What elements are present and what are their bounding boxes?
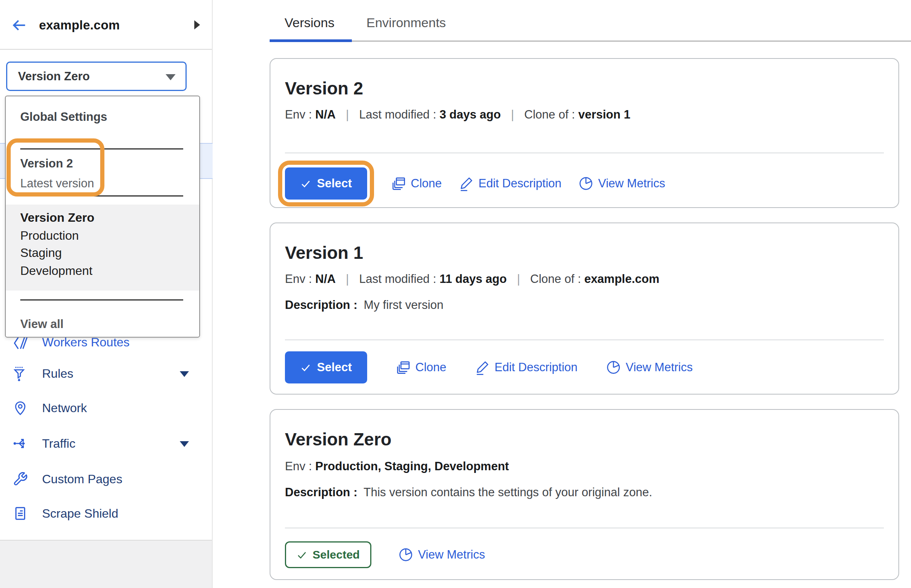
meta-value: example.com [584, 272, 659, 286]
sidebar-item-scrape-shield[interactable]: Scrape Shield [0, 496, 213, 531]
meta-value: 3 days ago [439, 108, 501, 121]
selected-button-label: Selected [312, 548, 360, 561]
sidebar-item-label: Traffic [42, 437, 75, 451]
meta-value: N/A [315, 108, 335, 121]
menu-item-version-2-subtitle: Latest version [20, 177, 94, 190]
sidebar-item-rules[interactable]: Rules [0, 356, 213, 391]
card-description: Description : My first version [285, 298, 444, 312]
meta-label: Env : [285, 460, 312, 473]
view-metrics-link[interactable]: View Metrics [578, 176, 665, 191]
edit-description-link[interactable]: Edit Description [475, 360, 578, 375]
card-actions: Select Clone Edit Description [278, 161, 665, 206]
sidebar-header: example.com [0, 0, 212, 50]
clone-icon [391, 176, 406, 191]
sidebar-item-traffic[interactable]: Traffic [0, 426, 213, 461]
menu-item-version-zero-group[interactable]: Version Zero Production Staging Developm… [6, 205, 199, 291]
check-icon [300, 178, 311, 189]
select-button[interactable]: Select [285, 167, 367, 200]
meta-label: Clone of : [524, 108, 575, 121]
description-value: This version contains the settings of yo… [364, 486, 652, 499]
view-metrics-label: View Metrics [626, 361, 693, 374]
view-metrics-label: View Metrics [598, 177, 665, 190]
meta-value: 11 days ago [439, 272, 507, 286]
version-card-version-1: Version 1 Env : N/A | Last modified : 11… [270, 223, 899, 395]
sidebar-footer-area [0, 540, 212, 588]
chevron-down-icon[interactable] [180, 441, 189, 447]
clone-link[interactable]: Clone [395, 360, 446, 375]
meta-separator: | [511, 108, 514, 121]
zone-title: example.com [39, 18, 120, 32]
card-title: Version 2 [285, 78, 363, 99]
clone-link[interactable]: Clone [391, 176, 442, 191]
pencil-icon [475, 360, 490, 375]
selected-button[interactable]: Selected [285, 541, 371, 568]
sidebar-item-network[interactable]: Network [0, 391, 213, 425]
wrench-icon [13, 471, 28, 487]
clone-icon [395, 360, 411, 375]
meta-value: Production, Staging, Development [315, 460, 509, 473]
card-meta: Env : N/A | Last modified : 3 days ago |… [285, 108, 630, 122]
sidebar-item-label: Custom Pages [42, 472, 122, 486]
divider [285, 339, 884, 340]
traffic-branch-icon [13, 436, 28, 451]
sidebar-item-custom-pages[interactable]: Custom Pages [0, 462, 213, 496]
view-metrics-link[interactable]: View Metrics [606, 360, 693, 375]
meta-separator: | [517, 272, 520, 286]
tab-environments[interactable]: Environments [366, 15, 446, 30]
caret-right-icon[interactable] [194, 20, 200, 29]
divider [285, 528, 884, 528]
meta-label: Env : [285, 108, 312, 121]
menu-item-view-all[interactable]: View all [20, 317, 63, 331]
pie-chart-icon [398, 547, 413, 562]
select-button[interactable]: Select [285, 351, 367, 383]
divider [20, 148, 183, 149]
document-icon [13, 506, 28, 521]
pie-chart-icon [606, 360, 621, 375]
pencil-icon [459, 176, 474, 191]
version-selector-value: Version Zero [18, 70, 90, 83]
view-metrics-label: View Metrics [418, 548, 485, 562]
version-selector[interactable]: Version Zero [6, 62, 187, 91]
divider [20, 299, 183, 300]
back-button[interactable] [10, 17, 28, 34]
view-metrics-link[interactable]: View Metrics [398, 547, 485, 562]
description-label: Description : [285, 298, 357, 312]
menu-item-version-2[interactable]: Version 2 [20, 157, 73, 171]
edit-description-link[interactable]: Edit Description [459, 176, 561, 191]
menu-item-version-zero: Version Zero [20, 211, 94, 225]
select-button-label: Select [317, 361, 352, 374]
chevron-down-icon[interactable] [180, 371, 189, 377]
card-title: Version Zero [285, 429, 392, 450]
version-card-version-zero: Version Zero Env : Production, Staging, … [270, 409, 899, 580]
version-dropdown-menu: Global Settings Version 2 Latest version… [5, 96, 200, 338]
card-actions: Select Clone Edit Description [285, 351, 693, 383]
network-pin-icon [13, 400, 28, 416]
version-card-version-2: Version 2 Env : N/A | Last modified : 3 … [270, 58, 899, 208]
sidebar-item-label: Scrape Shield [42, 507, 118, 521]
edit-description-label: Edit Description [495, 361, 578, 374]
annotation-ring-select-button: Select [278, 161, 374, 206]
back-arrow-icon [10, 17, 28, 34]
card-actions: Selected View Metrics [285, 541, 485, 568]
divider [285, 153, 884, 153]
tab-versions[interactable]: Versions [285, 15, 334, 30]
tab-underline-track [270, 41, 911, 42]
pie-chart-icon [578, 176, 594, 191]
caret-down-icon [166, 74, 176, 80]
edit-description-label: Edit Description [478, 177, 561, 190]
card-meta: Env : N/A | Last modified : 11 days ago … [285, 272, 659, 286]
env-staging: Staging [20, 246, 62, 260]
card-title: Version 1 [285, 242, 363, 263]
meta-separator: | [346, 272, 349, 286]
rules-filter-icon [13, 366, 28, 381]
select-button-label: Select [317, 177, 352, 190]
meta-value: N/A [315, 272, 335, 286]
sidebar-item-label: Rules [42, 367, 73, 381]
meta-label: Env : [285, 272, 312, 286]
divider [20, 195, 183, 197]
description-label: Description : [285, 486, 357, 499]
description-value: My first version [364, 298, 443, 312]
tab-active-underline [270, 39, 352, 42]
menu-item-global-settings[interactable]: Global Settings [20, 110, 107, 124]
check-icon [300, 362, 311, 373]
